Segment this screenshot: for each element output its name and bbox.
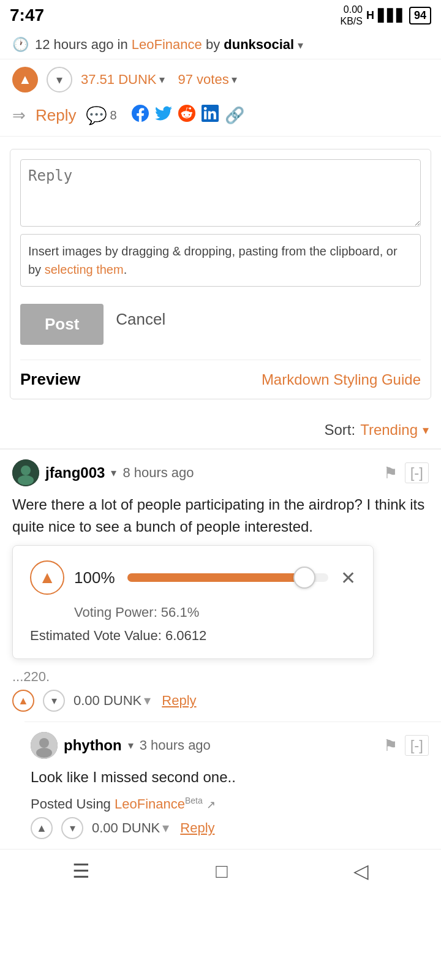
posted-using-label: Posted Using (31, 796, 111, 812)
nested-flag-icon[interactable]: ⚑ (383, 736, 398, 755)
collapse-button[interactable]: [-] (405, 462, 429, 483)
bottom-nav: ☰ □ ◁ (0, 849, 441, 892)
comment-author-name[interactable]: jfang003 (45, 464, 105, 481)
reply-form-container: Insert images by dragging & dropping, pa… (10, 149, 431, 399)
nested-collapse-button[interactable]: [-] (405, 735, 429, 756)
vote-overlay-row: ▲ 100% ✕ (30, 560, 356, 595)
vote-up-button[interactable]: ▲ (30, 560, 64, 595)
status-icons: 0.00KB/S H ▋▋▋ 94 (341, 4, 432, 27)
status-bar: 7:47 0.00KB/S H ▋▋▋ 94 (0, 0, 441, 31)
share-icon[interactable]: ⇒ (12, 106, 26, 125)
upvote-button[interactable]: ▲ (12, 67, 38, 92)
slider-fill (127, 573, 304, 582)
nested-comment-downvote-button[interactable]: ▾ (61, 817, 83, 839)
comment-author-dropdown-icon[interactable]: ▾ (111, 466, 116, 480)
posted-using: Posted Using LeoFinanceBeta ↗ (31, 796, 429, 812)
signal-icon: ▋▋▋ (378, 8, 405, 23)
vote-close-button[interactable]: ✕ (341, 567, 356, 589)
network-stats: 0.00KB/S (341, 4, 363, 27)
sort-dropdown-icon[interactable]: ▾ (423, 423, 429, 437)
sort-row: Sort: Trending ▾ (0, 412, 441, 448)
nested-comment-header: phython ▾ 3 hours ago ⚑ [-] (31, 732, 429, 759)
twitter-icon[interactable] (155, 105, 172, 126)
slider-thumb[interactable] (293, 567, 315, 589)
vote-slider-track[interactable] (127, 573, 329, 582)
vote-overlay: ▲ 100% ✕ Voting Power: 56.1% Estimated V… (12, 545, 374, 659)
svg-point-5 (39, 738, 49, 748)
nested-comment-dunk-amount: 0.00 DUNK ▾ (92, 820, 169, 836)
comment-count: 8 (110, 108, 116, 123)
clock-icon: 🕐 (12, 37, 29, 53)
voting-power-label: Voting Power: 56.1% (30, 605, 356, 620)
home-icon[interactable]: □ (216, 860, 227, 883)
selecting-them-link[interactable]: selecting them (45, 263, 124, 276)
comment-dunk-amount: 0.00 DUNK ▾ (74, 693, 151, 709)
link-icon[interactable]: 🔗 (225, 106, 244, 125)
flag-icon[interactable]: ⚑ (383, 464, 398, 483)
dunk-dropdown-icon[interactable]: ▾ (159, 73, 165, 86)
sort-value[interactable]: Trending (360, 421, 418, 439)
nested-comment-dunk-value: 0.00 DUNK (92, 820, 160, 836)
nested-comment-dunk-dropdown[interactable]: ▾ (162, 820, 169, 836)
nested-comment-vote-row: ▲ ▾ 0.00 DUNK ▾ Reply (31, 817, 429, 839)
post-meta: 12 hours ago in LeoFinance by dunksocial… (35, 37, 303, 53)
votes-dropdown-icon[interactable]: ▾ (232, 73, 237, 86)
external-link-icon[interactable]: ↗ (206, 799, 216, 811)
reply-link[interactable]: Reply (36, 106, 76, 125)
comment-actions-right: ⚑ [-] (383, 462, 429, 483)
comment-time: 8 hours ago (123, 465, 194, 481)
avatar-phython (31, 732, 58, 759)
back-icon[interactable]: ◁ (353, 859, 369, 883)
comment-header: jfang003 ▾ 8 hours ago ⚑ [-] (12, 459, 429, 486)
preview-row: Preview Markdown Styling Guide (20, 360, 421, 389)
status-time: 7:47 (10, 6, 44, 25)
comment-icon: 💬 (86, 105, 107, 126)
preview-label: Preview (20, 370, 80, 389)
carrier-icon: H (366, 9, 374, 22)
markdown-styling-link[interactable]: Markdown Styling Guide (262, 371, 421, 388)
nested-comment-text: Look like I missed second one.. (31, 766, 429, 788)
dunk-value: 37.51 DUNK (81, 72, 157, 88)
avatar-jfang003 (12, 459, 39, 486)
comment-bubble[interactable]: 💬 8 (86, 105, 116, 126)
comment-downvote-button[interactable]: ▾ (43, 690, 65, 712)
votes-count: 97 votes ▾ (178, 72, 237, 88)
partial-text: ...220. (12, 664, 429, 685)
social-icons: 🔗 (132, 105, 244, 126)
community-link[interactable]: LeoFinance (132, 37, 202, 52)
time-ago-text: 12 hours ago in (35, 37, 128, 52)
comment-reply-link[interactable]: Reply (162, 693, 196, 709)
author-name[interactable]: dunksocial (224, 37, 294, 52)
vote-row: ▲ ▾ 37.51 DUNK ▾ 97 votes ▾ (0, 59, 441, 100)
nested-comment-author-info: phython ▾ 3 hours ago (31, 732, 211, 759)
svg-point-2 (21, 466, 31, 475)
comment-dunk-value: 0.00 DUNK (74, 693, 141, 709)
posted-platform-link[interactable]: LeoFinance (115, 796, 185, 812)
nested-comment-time: 3 hours ago (140, 737, 211, 753)
comment-vote-row-jfang003: ▲ ▾ 0.00 DUNK ▾ Reply (12, 690, 429, 712)
nested-author-name[interactable]: phython (64, 737, 122, 754)
menu-icon[interactable]: ☰ (72, 859, 90, 883)
linkedin-icon[interactable] (202, 105, 219, 126)
nested-comment-upvote-button[interactable]: ▲ (31, 817, 53, 839)
svg-point-3 (18, 475, 34, 485)
battery-indicator: 94 (409, 7, 431, 24)
author-dropdown-icon[interactable]: ▾ (298, 39, 303, 51)
svg-point-6 (36, 748, 52, 758)
votes-value: 97 votes (178, 72, 229, 88)
comment-upvote-button[interactable]: ▲ (12, 690, 34, 712)
facebook-icon[interactable] (132, 105, 149, 126)
comment-dunk-dropdown[interactable]: ▾ (144, 693, 151, 709)
post-button[interactable]: Post (20, 304, 104, 345)
sort-label: Sort: (324, 421, 355, 439)
downvote-button[interactable]: ▾ (47, 67, 72, 92)
reddit-icon[interactable] (178, 105, 195, 126)
nested-comment-actions-right: ⚑ [-] (383, 735, 429, 756)
nested-comment-reply-link[interactable]: Reply (180, 820, 214, 836)
nested-comment-phython: phython ▾ 3 hours ago ⚑ [-] Look like I … (24, 722, 441, 849)
cancel-button[interactable]: Cancel (116, 310, 165, 329)
nested-author-dropdown-icon[interactable]: ▾ (128, 739, 134, 752)
reply-textarea[interactable] (20, 159, 421, 227)
post-header: 🕐 12 hours ago in LeoFinance by dunksoci… (0, 31, 441, 59)
vote-percent: 100% (74, 568, 115, 587)
